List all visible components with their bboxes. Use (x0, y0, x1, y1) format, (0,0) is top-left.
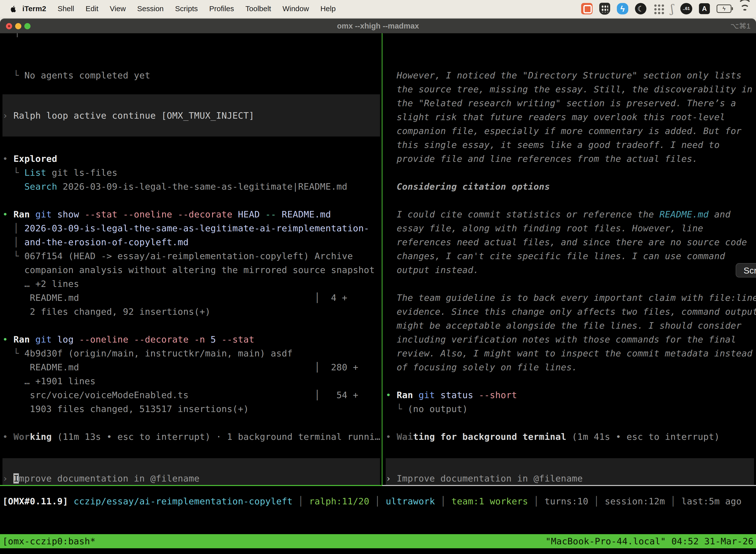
terminal-line: … +2 lines (2, 277, 79, 291)
terminal-line: • Explored (2, 152, 57, 166)
left-pane-bottom-border (0, 485, 382, 486)
terminal-line: › Improve documentation in @filename (2, 472, 200, 486)
terminal-line: › Ralph loop active continue [OMX_TMUX_I… (2, 109, 254, 123)
terminal-line: review. Also, I might want to inspect th… (386, 346, 753, 361)
text-cursor: I (13, 473, 19, 484)
window-title: omx --xhigh --madmax (0, 19, 756, 34)
terminal-line: • Working (11m 13s • esc to interrupt) ·… (2, 430, 380, 444)
terminal-line: Considering citation options (386, 180, 550, 193)
terminal-line: this single essay, it seems like a good … (386, 138, 720, 152)
terminal-line: │ 2026-03-09-is-legal-the-same-as-legiti… (2, 221, 369, 235)
terminal-line: references need actual files, and since … (386, 235, 747, 249)
terminal-line: evidence. Since this change only affects… (386, 305, 756, 319)
terminal-line: README.md │ 280 + (2, 361, 359, 374)
screen: { "menu_bar": { "items": ["iTerm2","Shel… (0, 0, 756, 554)
terminal-line: README.md │ 4 + (2, 291, 348, 305)
terminal-line: However, I noticed the "Directory Struct… (386, 68, 742, 82)
tmux-status-bar: [omx-cczip0:bash* "MacBook-Pro-44.local"… (0, 534, 756, 548)
window-titlebar: omx --xhigh --madmax ⌥⌘1 (0, 18, 756, 33)
terminal-line: └ 067f154 (HEAD -> essay/ai-reimplementa… (2, 249, 353, 263)
inputsrc-icon[interactable]: A (699, 3, 710, 14)
tmux-host-clock: "MacBook-Pro-44.local" 04:52 31-Mar-26 (546, 534, 754, 548)
chat-icon[interactable] (581, 3, 592, 14)
menu-item-session[interactable]: Session (131, 4, 170, 13)
menu-item-scripts[interactable]: Scripts (170, 4, 204, 13)
terminal-line: └ List git ls-files (2, 166, 118, 180)
menu-item-help[interactable]: Help (315, 4, 341, 13)
terminal-line: the source tree, missing the essay. Stil… (386, 82, 753, 96)
dots-icon[interactable] (653, 3, 664, 14)
terminal-line: 1903 files changed, 513517 insertions(+) (2, 402, 249, 416)
terminal-line: └ (no output) (386, 402, 468, 416)
badge-icon[interactable]: ..61 (680, 3, 692, 14)
titlebar-strip: omx --xhigh --madmax ⌥⌘1 (0, 17, 756, 33)
menu-item-shell[interactable]: Shell (52, 4, 80, 13)
menu-items: iTerm2ShellEditViewSessionScriptsProfile… (17, 4, 341, 13)
terminal-line: companion file, especially if more comme… (386, 124, 742, 138)
tree-guide (17, 33, 18, 37)
terminal-line: including verification notes with those … (386, 333, 736, 346)
wifi-icon[interactable] (738, 3, 752, 14)
menu-item-view[interactable]: View (104, 4, 131, 13)
menu-bar: iTerm2ShellEditViewSessionScriptsProfile… (0, 0, 756, 17)
terminal-line: might be acceptable alongside the file l… (386, 319, 742, 333)
terminal-line: Search 2026-03-09-is-legal-the-same-as-l… (2, 180, 348, 193)
window-shortcut-badge: ⌥⌘1 (731, 19, 751, 34)
recorder-icon[interactable]: ☾ (635, 3, 646, 14)
terminal-line: provide file and line references from th… (386, 152, 698, 166)
shield-icon[interactable] (599, 3, 610, 15)
terminal-line: I could cite commit statistics or refere… (386, 208, 731, 221)
menu-status-icons: ϟ☾ʃ..61Aϟ (581, 0, 752, 17)
battery-icon[interactable]: ϟ (716, 4, 732, 13)
terminal-line: │ and-the-erosion-of-copyleft.md (2, 235, 189, 249)
screen-share-overlay-button[interactable]: Scre (736, 263, 756, 277)
terminal-line: › Improve documentation in @filename (386, 472, 583, 486)
menu-item-window[interactable]: Window (277, 4, 315, 13)
terminal-line: output instead. (386, 263, 479, 277)
right-pane[interactable]: However, I noticed the "Directory Struct… (386, 33, 756, 486)
terminal-line: └ 4b9d30f (origin/main, instructkr/main,… (2, 346, 293, 361)
terminal-line: slight risk that future readers may over… (386, 110, 725, 124)
terminal-line: of focusing solely on file lines. (386, 361, 577, 374)
left-pane[interactable]: └ No agents completed yet› Ralph loop ac… (2, 33, 382, 486)
terminal-line: essay file, along with finding root file… (386, 221, 703, 235)
terminal-line: 2 files changed, 92 insertions(+) (2, 305, 210, 319)
terminal-line: changes, I can't cite specific file line… (386, 249, 725, 263)
terminal-line: • Waiting for background terminal (1m 41… (386, 430, 720, 444)
terminal[interactable]: └ No agents completed yet› Ralph loop ac… (0, 33, 756, 554)
terminal-line: companion analysis without altering the … (2, 263, 375, 277)
terminal-line: └ No agents completed yet (2, 68, 150, 82)
terminal-line: The team guideline is to back every impo… (386, 291, 756, 305)
terminal-line: … +1901 lines (2, 374, 96, 388)
right-pane-bottom-border (382, 485, 756, 486)
menu-item-toolbelt[interactable]: Toolbelt (240, 4, 277, 13)
terminal-line: • Ran git log --oneline --decorate -n 5 … (2, 333, 254, 346)
lightning-icon[interactable]: ϟ (617, 3, 628, 14)
menu-item-edit[interactable]: Edit (80, 4, 104, 13)
clef-icon[interactable]: ʃ (671, 2, 674, 15)
apple-icon[interactable] (10, 5, 17, 13)
menu-item-iterm2[interactable]: iTerm2 (17, 4, 52, 13)
terminal-line: • Ran git show --stat --oneline --decora… (2, 208, 331, 221)
terminal-line: • Ran git status --short (386, 388, 517, 402)
omx-status-line: [OMX#0.11.9] cczip/essay/ai-reimplementa… (2, 494, 742, 508)
menu-item-profiles[interactable]: Profiles (203, 4, 240, 13)
tmux-session-label: [omx-cczip0:bash* (2, 534, 96, 548)
terminal-line: src/voice/voiceModeEnabled.ts │ 54 + (2, 388, 359, 402)
terminal-line: the "Related research writing" section i… (386, 96, 736, 110)
pane-divider (382, 33, 382, 486)
